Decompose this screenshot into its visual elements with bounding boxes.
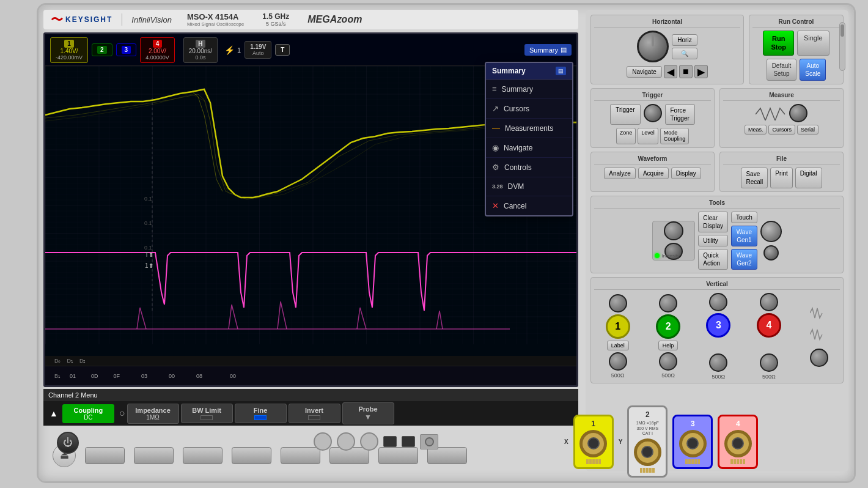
navigate-button[interactable]: Navigate (627, 66, 661, 78)
single-button[interactable]: Single (797, 31, 829, 56)
ch1-bnc-connector[interactable] (579, 430, 607, 457)
horizontal-knob[interactable] (637, 31, 669, 62)
wave-gen2-button[interactable]: WaveGen2 (731, 249, 757, 270)
ch2-indicator[interactable]: 2 (92, 43, 112, 56)
save-recall-button[interactable]: SaveRecall (741, 168, 768, 188)
measure-knob[interactable] (789, 104, 807, 122)
summary-menu-icon: ≡ (492, 84, 497, 94)
ch2-vert-button[interactable]: 2 (656, 314, 680, 339)
power-button[interactable]: ⏻ (57, 432, 79, 454)
ch4-vert-knob-bot[interactable] (760, 353, 778, 372)
ch4-bnc-pins (723, 459, 753, 464)
label-button[interactable]: Label (607, 341, 629, 350)
front-port-knob-1[interactable] (314, 432, 332, 451)
ch4-bnc-connector[interactable] (724, 430, 752, 457)
front-btn-1[interactable] (85, 447, 125, 464)
menu-item-navigate[interactable]: ◉ Navigate (486, 138, 572, 158)
quick-action-button[interactable]: QuickAction (698, 249, 728, 270)
h-indicator[interactable]: H 20.00ns/ 0.0s (183, 37, 218, 63)
menu-item-cursors[interactable]: ↗ Cursors (486, 99, 572, 119)
menu-item-controls[interactable]: ⚙ Controls (486, 158, 572, 177)
bwlimit-button[interactable]: BW Limit (181, 404, 233, 423)
coupling-button[interactable]: Coupling DC (62, 404, 114, 423)
impedance-button[interactable]: Impedance 1MΩ (127, 404, 179, 424)
scroll-indicator[interactable] (839, 22, 845, 71)
front-btn-4[interactable] (232, 447, 271, 464)
menu-overlay[interactable]: Summary ▤ ≡ Summary ↗ Cursors — Measurem… (485, 62, 573, 216)
ch4-vert-button[interactable]: 4 (757, 313, 781, 338)
front-port-knob-3[interactable] (360, 432, 378, 451)
menu-item-dvm[interactable]: 3.28 DVM (486, 177, 572, 196)
fine-button[interactable]: Fine (235, 404, 287, 423)
ch4-vert-knob-top[interactable] (760, 293, 778, 311)
acquire-button[interactable]: Acquire (638, 168, 669, 179)
summary-button[interactable]: Summary ▤ (524, 44, 572, 56)
clear-display-button[interactable]: ClearDisplay (698, 212, 728, 232)
cursors-ctrl-button[interactable]: Cursors (768, 125, 795, 135)
touch-button[interactable]: Touch (731, 212, 757, 223)
force-trigger-button[interactable]: ForceTrigger (665, 104, 695, 125)
print-button[interactable]: Print (770, 168, 793, 188)
stop-nav-button[interactable]: ■ (679, 65, 693, 78)
navigate-menu-icon: ◉ (492, 143, 499, 152)
serial-button[interactable]: Serial (797, 125, 818, 135)
utility-button[interactable]: Utility (698, 235, 728, 246)
menu-item-cancel[interactable]: ✕ Cancel (486, 196, 572, 215)
x-label-group: X (564, 438, 568, 445)
digital-button[interactable]: Digital (795, 168, 822, 188)
ch1-indicator[interactable]: 1 1.40V/ -420.00mV (50, 37, 88, 63)
trigger-button[interactable]: Trigger (610, 104, 640, 125)
ch3-vert-knob-top[interactable] (709, 293, 727, 311)
ch2-bnc-connector[interactable] (634, 438, 661, 466)
ch3-bnc[interactable]: 3 (672, 415, 713, 469)
ch4-bnc[interactable]: 4 (718, 415, 758, 469)
menu-item-measurements[interactable]: — Measurements (486, 119, 572, 138)
t-indicator[interactable]: T (275, 44, 290, 56)
meas-button[interactable]: Meas. (745, 125, 767, 135)
horiz-button[interactable]: Horiz (672, 34, 697, 46)
front-btn-2[interactable] (134, 447, 174, 464)
front-port-knob-2[interactable] (337, 432, 355, 451)
ch1-vert-button[interactable]: 1 (606, 314, 630, 339)
touch-area[interactable]: Intensity (652, 221, 695, 261)
ch1-vert-knob-top[interactable] (609, 294, 627, 312)
default-setup-button[interactable]: DefaultSetup (767, 59, 797, 81)
ch4-indicator[interactable]: 4 2.00V/ 4.00000V (140, 37, 175, 63)
ch3-bnc-connector[interactable] (679, 430, 707, 457)
mode-coupling-button[interactable]: ModeCoupling (660, 128, 690, 145)
ch3-vert-knob-bot[interactable] (709, 353, 727, 372)
ch1-vert-knob-bot[interactable] (609, 352, 627, 371)
ch1-bnc[interactable]: 1 (573, 415, 614, 469)
ch2-vert-knob-top[interactable] (659, 294, 677, 312)
zone-button[interactable]: Zone (616, 128, 636, 145)
help-button[interactable]: Help (658, 341, 679, 350)
up-arrow-button[interactable]: ▲ (47, 406, 61, 421)
touch-knob-1[interactable] (664, 221, 683, 240)
probe-button[interactable]: Probe ▼ (342, 402, 394, 424)
left-nav-button[interactable]: ◀ (664, 65, 677, 78)
right-nav-button[interactable]: ▶ (694, 65, 708, 78)
trigger-knob[interactable] (644, 104, 662, 122)
waveform-section: Waveform Analyze Acquire Display (590, 152, 715, 192)
wave-gen1-button[interactable]: WaveGen1 (731, 226, 757, 246)
zoom-button[interactable]: 🔍 (672, 48, 697, 59)
tools-title: Tools (594, 199, 840, 209)
auto-scale-button[interactable]: AutoScale (800, 59, 826, 81)
right-side-knob[interactable] (810, 349, 828, 367)
menu-item-summary[interactable]: ≡ Summary (486, 79, 572, 99)
trigger-title: Trigger (594, 92, 711, 101)
invert-button[interactable]: Invert (289, 404, 340, 423)
display-button[interactable]: Display (671, 168, 701, 179)
ch3-indicator[interactable]: 3 (116, 43, 137, 56)
ch3-vert-button[interactable]: 3 (706, 313, 730, 338)
run-stop-button[interactable]: RunStop (763, 31, 793, 56)
level-button[interactable]: Level (638, 128, 658, 145)
front-btn-3[interactable] (183, 447, 223, 464)
ch2-vert-knob-bot[interactable] (659, 352, 677, 371)
ch2-bnc[interactable]: 2 1MΩ =16pF300 V RMSCAT I (627, 405, 668, 477)
analyze-button[interactable]: Analyze (604, 168, 636, 179)
right-knob-1[interactable] (760, 221, 782, 242)
ch2-menu-title: Channel 2 Menu (48, 391, 98, 399)
right-knob-2[interactable] (763, 245, 779, 261)
trigger-indicator[interactable]: 1.19V Auto (245, 41, 271, 59)
